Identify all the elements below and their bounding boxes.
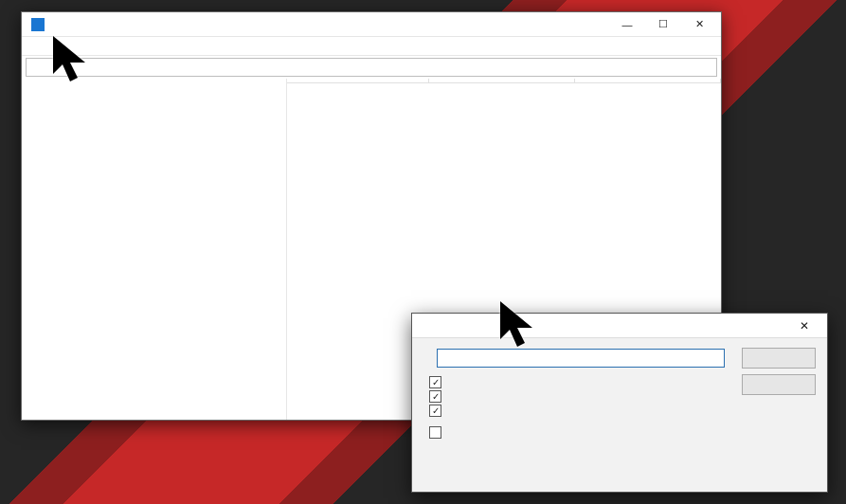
checkbox-match-whole[interactable] — [429, 426, 816, 439]
checkbox-data[interactable] — [429, 405, 569, 417]
menubar — [22, 37, 721, 56]
col-type[interactable] — [428, 79, 574, 83]
menu-help[interactable] — [84, 45, 99, 48]
find-what-input[interactable] — [437, 349, 725, 368]
minimize-button[interactable]: — — [609, 13, 645, 36]
titlebar: — ☐ ✕ — [22, 12, 721, 37]
col-data[interactable] — [574, 79, 720, 83]
checkbox-keys[interactable] — [429, 376, 569, 388]
check-icon — [429, 376, 441, 388]
menu-edit[interactable] — [39, 45, 54, 48]
menu-view[interactable] — [54, 45, 69, 48]
close-button[interactable]: ✕ — [681, 13, 717, 36]
col-name[interactable] — [287, 79, 428, 83]
checkbox-values[interactable] — [429, 390, 569, 403]
address-bar[interactable] — [26, 58, 717, 77]
menu-file[interactable] — [24, 45, 39, 48]
maximize-button[interactable]: ☐ — [645, 13, 681, 36]
cancel-button[interactable] — [742, 374, 816, 395]
check-icon — [429, 405, 441, 417]
check-icon — [429, 426, 441, 439]
find-close-button[interactable]: ✕ — [787, 315, 821, 336]
find-next-button[interactable] — [742, 348, 816, 369]
find-titlebar: ✕ — [412, 314, 827, 338]
check-icon — [429, 390, 441, 403]
tree-pane[interactable] — [22, 79, 287, 420]
find-dialog: ✕ — [411, 313, 828, 493]
menu-favorites[interactable] — [69, 45, 84, 48]
app-icon — [31, 18, 45, 31]
